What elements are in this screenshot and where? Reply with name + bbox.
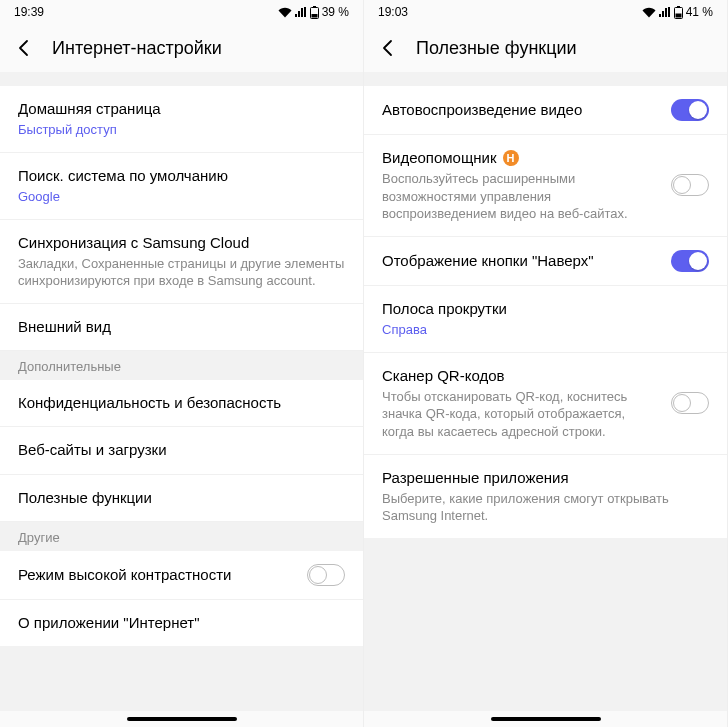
page-title: Интернет-настройки	[52, 38, 222, 59]
item-sub: Закладки, Сохраненные страницы и другие …	[18, 255, 345, 290]
item-sub: Воспользуйтесь расширенными возможностям…	[382, 170, 659, 223]
item-high-contrast[interactable]: Режим высокой контрастности	[0, 551, 363, 600]
item-sites-downloads[interactable]: Веб-сайты и загрузки	[0, 427, 363, 474]
nav-bar	[364, 711, 727, 727]
item-title: Видеопомощник Н	[382, 148, 659, 168]
svg-rect-4	[677, 6, 680, 8]
status-time: 19:03	[378, 5, 408, 19]
back-icon[interactable]	[14, 38, 34, 58]
item-about-internet[interactable]: О приложении "Интернет"	[0, 600, 363, 646]
header: Полезные функции	[364, 24, 727, 72]
item-title: Домашняя страница	[18, 99, 345, 119]
status-battery-pct: 41 %	[686, 5, 713, 19]
toggle-top-button[interactable]	[671, 250, 709, 272]
signal-icon	[659, 7, 671, 18]
svg-rect-5	[675, 13, 681, 17]
settings-list: Домашняя страница Быстрый доступ Поиск. …	[0, 72, 363, 711]
battery-icon	[674, 6, 683, 19]
item-top-button[interactable]: Отображение кнопки "Наверх"	[364, 237, 727, 286]
page-title: Полезные функции	[416, 38, 577, 59]
new-badge-icon: Н	[503, 150, 519, 166]
toggle-autoplay[interactable]	[671, 99, 709, 121]
toggle-high-contrast[interactable]	[307, 564, 345, 586]
toggle-qr-scanner[interactable]	[671, 392, 709, 414]
status-bar: 19:39 39 %	[0, 0, 363, 24]
item-title: Автовоспроизведение видео	[382, 100, 659, 120]
svg-rect-1	[313, 6, 316, 8]
item-title: О приложении "Интернет"	[18, 613, 345, 633]
nav-pill-icon[interactable]	[491, 717, 601, 721]
item-title: Полезные функции	[18, 488, 345, 508]
item-video-assistant[interactable]: Видеопомощник Н Воспользуйтесь расширенн…	[364, 135, 727, 237]
status-battery-pct: 39 %	[322, 5, 349, 19]
item-title: Полоса прокрутки	[382, 299, 709, 319]
back-icon[interactable]	[378, 38, 398, 58]
item-scrollbar[interactable]: Полоса прокрутки Справа	[364, 286, 727, 353]
item-autoplay-video[interactable]: Автовоспроизведение видео	[364, 86, 727, 135]
item-privacy-security[interactable]: Конфиденциальность и безопасность	[0, 380, 363, 427]
wifi-icon	[642, 7, 656, 18]
section-header-other: Другие	[0, 522, 363, 551]
screen-internet-settings: 19:39 39 % Интернет-настройки Домашняя с…	[0, 0, 364, 727]
status-right: 41 %	[642, 5, 713, 19]
item-qr-scanner[interactable]: Сканер QR-кодов Чтобы отсканировать QR-к…	[364, 353, 727, 455]
nav-bar	[0, 711, 363, 727]
status-right: 39 %	[278, 5, 349, 19]
status-time: 19:39	[14, 5, 44, 19]
item-homepage[interactable]: Домашняя страница Быстрый доступ	[0, 86, 363, 153]
item-sub: Google	[18, 188, 345, 206]
item-title: Разрешенные приложения	[382, 468, 709, 488]
section-header-additional: Дополнительные	[0, 351, 363, 380]
nav-pill-icon[interactable]	[127, 717, 237, 721]
wifi-icon	[278, 7, 292, 18]
toggle-video-assistant[interactable]	[671, 174, 709, 196]
item-sub: Выберите, какие приложения смогут открыв…	[382, 490, 709, 525]
item-title: Отображение кнопки "Наверх"	[382, 251, 659, 271]
item-title: Веб-сайты и загрузки	[18, 440, 345, 460]
status-bar: 19:03 41 %	[364, 0, 727, 24]
screen-useful-features: 19:03 41 % Полезные функции Автовоспроиз…	[364, 0, 728, 727]
header: Интернет-настройки	[0, 24, 363, 72]
item-title: Внешний вид	[18, 317, 345, 337]
item-appearance[interactable]: Внешний вид	[0, 304, 363, 351]
item-title: Поиск. система по умолчанию	[18, 166, 345, 186]
item-title: Синхронизация с Samsung Cloud	[18, 233, 345, 253]
item-allowed-apps[interactable]: Разрешенные приложения Выберите, какие п…	[364, 455, 727, 538]
item-sub: Быстрый доступ	[18, 121, 345, 139]
battery-icon	[310, 6, 319, 19]
svg-rect-2	[311, 14, 317, 18]
item-search-engine[interactable]: Поиск. система по умолчанию Google	[0, 153, 363, 220]
item-sub: Справа	[382, 321, 709, 339]
settings-list: Автовоспроизведение видео Видеопомощник …	[364, 72, 727, 711]
item-samsung-cloud-sync[interactable]: Синхронизация с Samsung Cloud Закладки, …	[0, 220, 363, 304]
signal-icon	[295, 7, 307, 18]
item-sub: Чтобы отсканировать QR-код, коснитесь зн…	[382, 388, 659, 441]
item-title: Сканер QR-кодов	[382, 366, 659, 386]
item-useful-features[interactable]: Полезные функции	[0, 475, 363, 522]
item-title: Конфиденциальность и безопасность	[18, 393, 345, 413]
item-title: Режим высокой контрастности	[18, 565, 295, 585]
